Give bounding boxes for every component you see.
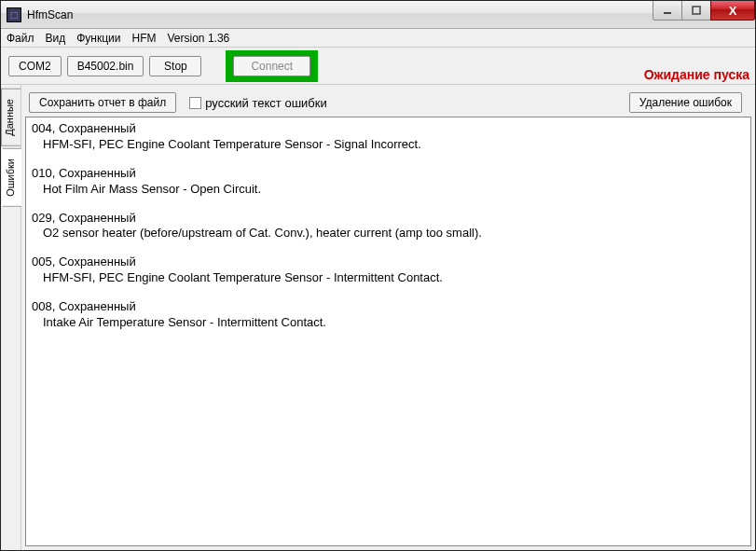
close-button[interactable]: X [710,1,755,21]
error-entry: 029, СохраненныйO2 sensor heater (before… [32,211,745,242]
delete-errors-button[interactable]: Удаление ошибок [629,92,742,113]
window-title: HfmScan [27,8,73,21]
side-tabs: Данные Ошибки [1,85,21,550]
error-description: Hot Film Air Mass Sensor - Open Circuit. [32,182,745,198]
error-description: O2 sensor heater (before/upstream of Cat… [32,226,745,241]
error-description: HFM-SFI, PEC Engine Coolant Temperature … [32,270,745,286]
errors-list[interactable]: 004, СохраненныйHFM-SFI, PEC Engine Cool… [25,117,751,546]
error-code: 005, Сохраненный [32,255,745,270]
panel-toolbar: Сохранить отчет в файл русский текст оши… [25,89,751,117]
error-entry: 010, СохраненныйHot Film Air Mass Sensor… [32,166,745,198]
com-port-button[interactable]: COM2 [8,56,62,76]
error-entry: 005, СохраненныйHFM-SFI, PEC Engine Cool… [32,255,745,286]
tab-data[interactable]: Данные [1,89,21,146]
russian-errors-checkbox[interactable]: русский текст ошибки [189,96,327,110]
error-code: 004, Сохраненный [32,121,745,137]
error-code: 029, Сохраненный [32,211,745,227]
russian-errors-label: русский текст ошибки [205,96,327,110]
titlebar[interactable]: ⬚ HfmScan X [1,1,755,29]
menu-file[interactable]: Файл [7,32,34,45]
stop-button[interactable]: Stop [149,56,201,76]
errors-panel: Сохранить отчет в файл русский текст оши… [21,85,755,550]
maximize-button[interactable] [681,1,711,21]
status-text: Ожидание пуска [644,67,749,82]
minimize-button[interactable] [653,1,682,21]
content-area: Данные Ошибки Сохранить отчет в файл рус… [1,85,755,550]
menubar: Файл Вид Функции HFM Version 1.36 [1,29,755,48]
menu-view[interactable]: Вид [46,32,66,45]
svg-rect-0 [664,12,671,14]
checkbox-icon [189,97,201,109]
error-code: 008, Сохраненный [32,299,745,315]
app-window: ⬚ HfmScan X Файл Вид Функции HFM Version… [0,0,756,551]
error-entry: 004, СохраненныйHFM-SFI, PEC Engine Cool… [32,121,745,153]
menu-hfm[interactable]: HFM [132,32,157,45]
error-entry: 008, СохраненныйIntake Air Temperature S… [32,299,745,331]
error-description: HFM-SFI, PEC Engine Coolant Temperature … [32,137,745,153]
menu-version: Version 1.36 [168,32,230,45]
toolbar: COM2 B45002.bin Stop Connect Ожидание пу… [1,48,755,85]
error-code: 010, Сохраненный [32,166,745,182]
tab-errors[interactable]: Ошибки [2,148,21,207]
connect-button[interactable]: Connect [233,56,310,76]
window-controls: X [653,1,755,21]
menu-functions[interactable]: Функции [76,32,120,45]
app-icon: ⬚ [7,7,21,22]
connect-highlight: Connect [226,50,318,82]
error-description: Intake Air Temperature Sensor - Intermit… [32,315,745,331]
svg-rect-1 [693,7,700,14]
save-report-button[interactable]: Сохранить отчет в файл [29,92,176,113]
bin-file-button[interactable]: B45002.bin [67,56,144,76]
